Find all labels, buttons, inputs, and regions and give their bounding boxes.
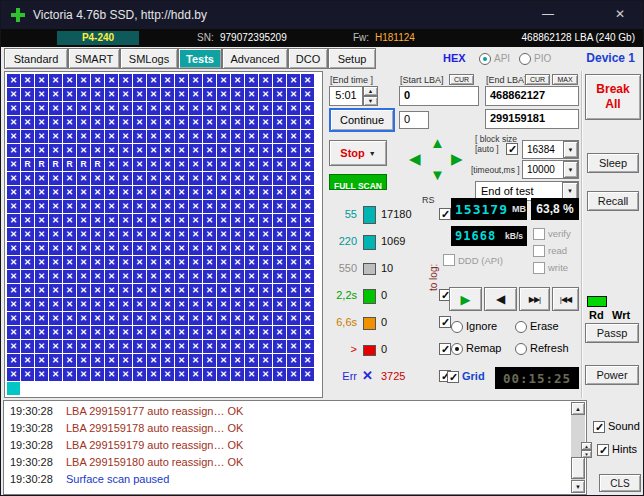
hints-spinner-up-icon[interactable]: ▲ xyxy=(581,442,592,450)
block-size-combo-arrow-icon[interactable]: ▼ xyxy=(563,141,578,158)
stat-log-checkbox[interactable] xyxy=(439,316,451,328)
write-label: write xyxy=(548,262,568,273)
end-lba-label: [End LBA] xyxy=(486,75,527,85)
end-lba-cur-button[interactable]: CUR xyxy=(525,74,550,85)
nav-up-button[interactable]: ▲ xyxy=(430,134,445,151)
hints-spinner-down-icon[interactable]: ▼ xyxy=(581,450,592,458)
scan-cell: ✕ xyxy=(161,186,174,199)
stat-block-icon xyxy=(363,263,376,275)
scan-cell: ✕ xyxy=(91,74,104,87)
stat-log-checkbox[interactable] xyxy=(439,343,451,355)
block-size-combo[interactable]: 16384 ▼ xyxy=(522,140,579,159)
scan-cell: ✕ xyxy=(119,298,132,311)
end-lba-max-button[interactable]: MAX xyxy=(552,74,578,85)
continue-button[interactable]: Continue xyxy=(329,108,395,132)
timeout-combo-arrow-icon[interactable]: ▼ xyxy=(563,161,578,178)
refresh-radio[interactable] xyxy=(515,343,527,355)
timeout-combo[interactable]: 10000 ▼ xyxy=(522,160,579,179)
scan-cell: ✕ xyxy=(245,144,258,157)
scan-cell: ✕ xyxy=(217,102,230,115)
scan-cell: ✕ xyxy=(147,116,160,129)
scan-cell: ✕ xyxy=(231,270,244,283)
scan-cell: ✕ xyxy=(287,214,300,227)
erase-radio[interactable] xyxy=(515,321,527,333)
scan-cell: ✕ xyxy=(189,158,202,171)
prev-button[interactable]: |◀◀ xyxy=(552,287,579,311)
next-button[interactable]: ▶▶| xyxy=(519,287,550,311)
scan-cell: ✕ xyxy=(63,130,76,143)
end-lba-input[interactable]: 468862127 xyxy=(485,86,579,106)
end-time-spinner[interactable]: ▲ ▼ xyxy=(363,86,378,106)
stop-button[interactable]: Stop ▼ xyxy=(329,140,387,166)
nav-down-button[interactable]: ▼ xyxy=(430,166,445,183)
scroll-down-button[interactable]: ▼ xyxy=(571,480,585,493)
tab-standard[interactable]: Standard xyxy=(4,48,68,69)
scan-cell xyxy=(175,382,188,395)
scan-cell: ✕ xyxy=(49,74,62,87)
hints-spinner[interactable]: ▲ ▼ xyxy=(581,442,592,458)
scan-cell: ✕ xyxy=(189,200,202,213)
scan-cell: ✕ xyxy=(231,186,244,199)
scan-cell: ✕ xyxy=(119,354,132,367)
close-button[interactable]: ✕ xyxy=(601,1,639,29)
ignore-radio[interactable] xyxy=(451,321,463,333)
app-icon xyxy=(10,7,26,23)
pio-radio[interactable] xyxy=(519,53,531,65)
end-time-input[interactable]: 5:01 xyxy=(329,86,363,106)
scan-cell: ✕ xyxy=(203,340,216,353)
tab-smart[interactable]: SMART xyxy=(68,48,120,69)
fw-label: Fw: xyxy=(353,32,369,43)
tab-dco[interactable]: DCO xyxy=(288,48,328,69)
scan-cell: ✕ xyxy=(7,88,20,101)
scan-cell: ✕ xyxy=(245,284,258,297)
sound-checkbox[interactable] xyxy=(593,421,605,433)
stat-label: 55 xyxy=(329,208,357,220)
tab-smlogs[interactable]: SMLogs xyxy=(120,48,178,69)
end-time-spinner-up-icon[interactable]: ▲ xyxy=(363,86,378,96)
scroll-thumb[interactable] xyxy=(571,457,585,479)
start-lba-input[interactable]: 0 xyxy=(399,86,479,106)
start-lba-cur-button[interactable]: CUR xyxy=(449,74,474,85)
power-button[interactable]: Power xyxy=(585,365,639,385)
scan-cell: ✕ xyxy=(161,116,174,129)
tab-setup[interactable]: Setup xyxy=(328,48,376,69)
scroll-up-button[interactable]: ▲ xyxy=(571,402,585,415)
scan-cell: ✕ xyxy=(119,368,132,381)
minimize-button[interactable]: — xyxy=(529,1,567,29)
scan-cell: ✕ xyxy=(301,354,314,367)
nav-right-button[interactable]: ▶ xyxy=(451,150,463,168)
scan-cell: ✕ xyxy=(301,200,314,213)
nav-left-button[interactable]: ◀ xyxy=(409,150,421,168)
scan-cell: ✕ xyxy=(49,284,62,297)
back-icon: ◀ xyxy=(496,292,505,306)
passp-button[interactable]: Passp xyxy=(585,323,639,343)
block-size-auto-checkbox[interactable] xyxy=(506,143,518,155)
scan-cell: ✕ xyxy=(245,200,258,213)
tab-label: SMLogs xyxy=(129,53,169,65)
hints-checkbox[interactable] xyxy=(597,444,609,456)
scan-cell: ✕ xyxy=(189,284,202,297)
recall-button[interactable]: Recall xyxy=(587,191,639,211)
cls-button[interactable]: CLS xyxy=(599,474,641,492)
scan-cell: ✕ xyxy=(231,158,244,171)
scan-cell: ✕ xyxy=(105,298,118,311)
scan-cell: ✕ xyxy=(91,214,104,227)
scan-cell xyxy=(231,382,244,395)
back-button[interactable]: ◀ xyxy=(484,287,517,311)
api-radio[interactable] xyxy=(479,53,491,65)
scan-cell: ✕ xyxy=(133,74,146,87)
stat-log-checkbox[interactable] xyxy=(439,208,451,220)
end-time-spinner-down-icon[interactable]: ▼ xyxy=(363,96,378,106)
scan-cell: ✕ xyxy=(49,242,62,255)
sleep-button[interactable]: Sleep xyxy=(587,153,639,173)
break-all-button[interactable]: Break All xyxy=(585,74,641,120)
play-button[interactable]: ▶ xyxy=(449,287,482,311)
scan-cell: ✕ xyxy=(105,270,118,283)
scan-cell: ✕ xyxy=(105,172,118,185)
tab-tests[interactable]: Tests xyxy=(178,48,222,69)
scan-cell xyxy=(245,382,258,395)
remap-radio[interactable] xyxy=(451,343,463,355)
grid-checkbox[interactable] xyxy=(447,371,459,383)
scan-cell: ✕ xyxy=(147,242,160,255)
tab-advanced[interactable]: Advanced xyxy=(222,48,288,69)
